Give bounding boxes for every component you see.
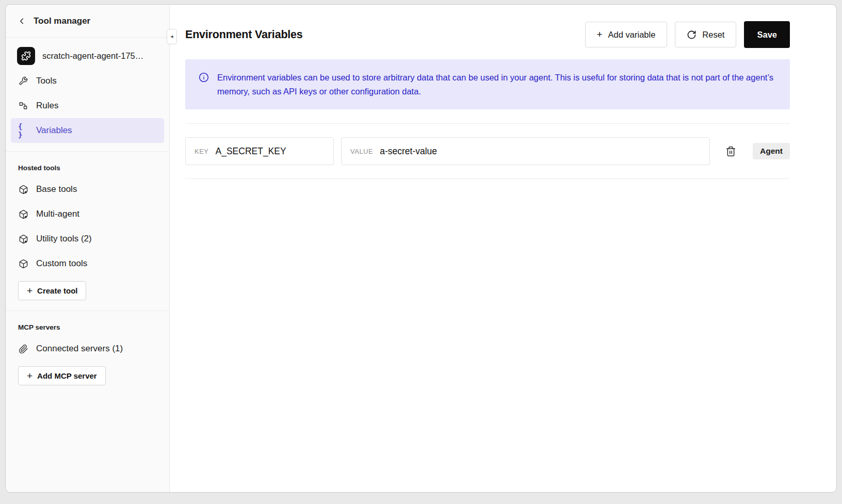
save-button[interactable]: Save <box>744 21 790 48</box>
sidebar-item-variables[interactable]: { } Variables <box>11 118 164 143</box>
sidebar-item-label: Utility tools (2) <box>36 234 92 244</box>
sidebar-item-label: Variables <box>36 125 72 136</box>
reset-icon <box>687 30 697 40</box>
mcp-servers-group: MCP servers Connected servers (1) + Add … <box>6 311 169 396</box>
sidebar: Tool manager scratch-agent-agent-175… To… <box>6 5 170 492</box>
scope-badge: Agent <box>753 143 790 159</box>
trash-icon <box>725 146 736 157</box>
app-window: Tool manager scratch-agent-agent-175… To… <box>5 4 837 493</box>
add-variable-button[interactable]: + Add variable <box>585 22 668 47</box>
plus-icon: + <box>597 31 603 38</box>
sidebar-item-tools[interactable]: Tools <box>11 69 164 93</box>
cube-icon <box>18 185 28 194</box>
collapse-arrow-icon: ◀ <box>170 35 173 39</box>
main-header: Environment Variables + Add variable Res… <box>185 21 790 48</box>
page-title: Environment Variables <box>185 28 303 41</box>
create-tool-label: Create tool <box>37 286 77 295</box>
agent-name: scratch-agent-agent-175… <box>42 51 143 61</box>
key-input[interactable] <box>216 146 325 157</box>
variable-row: KEY VALUE Agent <box>185 123 790 179</box>
cube-icon <box>18 209 28 219</box>
sidebar-item-label: Base tools <box>36 184 77 194</box>
reset-label: Reset <box>702 30 724 40</box>
info-banner: Environment variables can be used to sto… <box>185 59 790 109</box>
key-field: KEY <box>185 137 334 165</box>
reset-button[interactable]: Reset <box>675 22 736 47</box>
agent-nav-group: scratch-agent-agent-175… Tools Rules { }… <box>6 38 169 152</box>
value-field-label: VALUE <box>350 148 373 155</box>
sidebar-header: Tool manager <box>6 5 169 38</box>
wrench-icon <box>18 76 28 86</box>
sidebar-title: Tool manager <box>34 16 90 26</box>
sidebar-item-rules[interactable]: Rules <box>11 93 164 118</box>
sidebar-item-custom-tools[interactable]: Custom tools <box>11 251 164 276</box>
sidebar-item-label: Rules <box>36 101 58 111</box>
sidebar-item-label: Custom tools <box>36 258 87 269</box>
main-content: Environment Variables + Add variable Res… <box>170 5 836 492</box>
back-chevron-icon[interactable] <box>17 17 26 26</box>
mcp-servers-heading: MCP servers <box>11 316 164 336</box>
sidebar-item-utility-tools[interactable]: Utility tools (2) <box>11 226 164 251</box>
delete-variable-button[interactable] <box>724 145 737 158</box>
add-mcp-server-button[interactable]: + Add MCP server <box>18 366 106 385</box>
braces-icon: { } <box>18 122 28 139</box>
sidebar-item-connected-servers[interactable]: Connected servers (1) <box>11 336 164 361</box>
agent-puzzle-icon <box>17 47 35 65</box>
plus-icon: + <box>27 372 33 380</box>
agent-item[interactable]: scratch-agent-agent-175… <box>11 43 164 69</box>
create-tool-button[interactable]: + Create tool <box>18 281 86 300</box>
key-field-label: KEY <box>195 148 209 155</box>
info-banner-text: Environment variables can be used to sto… <box>217 71 776 98</box>
sidebar-item-base-tools[interactable]: Base tools <box>11 177 164 202</box>
info-icon <box>199 72 209 83</box>
paperclip-icon <box>18 344 28 354</box>
add-variable-label: Add variable <box>608 30 656 40</box>
sidebar-item-multi-agent[interactable]: Multi-agent <box>11 202 164 226</box>
sidebar-item-label: Multi-agent <box>36 209 79 219</box>
cube-check-icon <box>18 259 28 269</box>
flowchart-icon <box>18 101 28 110</box>
sidebar-item-label: Connected servers (1) <box>36 344 123 354</box>
sidebar-item-label: Tools <box>36 76 57 86</box>
hosted-tools-group: Hosted tools Base tools Multi-agent Util… <box>6 152 169 311</box>
value-input[interactable] <box>380 146 701 157</box>
hosted-tools-heading: Hosted tools <box>11 157 164 177</box>
plus-icon: + <box>27 287 33 295</box>
cube-icon <box>18 234 28 244</box>
value-field: VALUE <box>341 137 710 165</box>
toolbar: + Add variable Reset Save <box>585 21 790 48</box>
sidebar-collapse-button[interactable]: ◀ <box>167 29 177 44</box>
add-mcp-server-label: Add MCP server <box>37 371 97 380</box>
